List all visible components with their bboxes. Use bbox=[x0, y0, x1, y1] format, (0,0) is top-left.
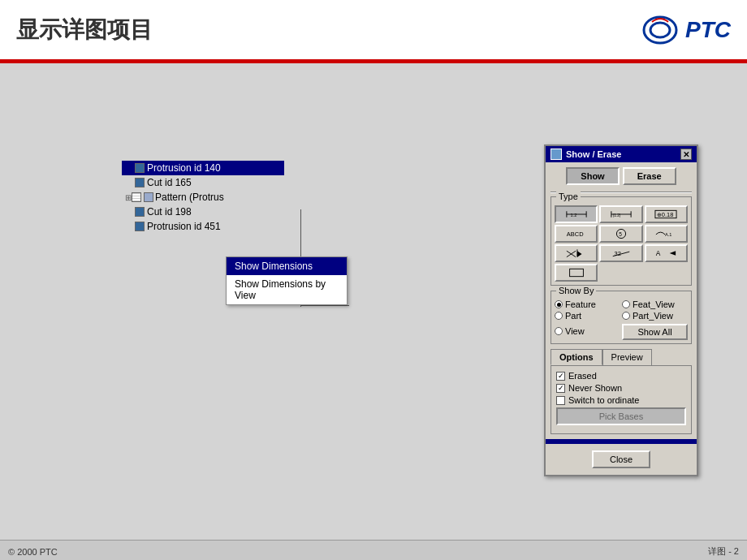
tree-panel: Protrusion id 140 Cut id 165 ⊞ Pattern (… bbox=[122, 161, 284, 234]
dialog-title-left: Show / Erase bbox=[551, 149, 621, 160]
type-btn-symbol[interactable] bbox=[555, 244, 598, 262]
show-by-label: Show By bbox=[556, 286, 596, 295]
erase-button[interactable]: Erase bbox=[623, 167, 676, 185]
type-group: Type 1.2 (1.2) ⊕0.18 ABCD bbox=[551, 196, 692, 286]
dialog-titlebar: Show / Erase ✕ bbox=[546, 146, 697, 162]
type-group-label: Type bbox=[556, 192, 581, 201]
pattern-icon bbox=[144, 192, 153, 202]
dialog-close-btn[interactable]: ✕ bbox=[680, 149, 692, 160]
tree-item-label-2: Cut id 165 bbox=[147, 177, 192, 188]
feat-icon-1 bbox=[135, 163, 145, 173]
context-menu: Show Dimensions Show Dimensions by View bbox=[226, 256, 348, 305]
ptc-logo-icon bbox=[640, 14, 680, 46]
radio-part[interactable]: Part bbox=[555, 311, 620, 321]
blue-separator bbox=[546, 439, 697, 444]
checkbox-never-shown-label: Never Shown bbox=[568, 383, 622, 393]
close-btn-row: Close bbox=[551, 447, 692, 470]
tab-options[interactable]: Options bbox=[551, 349, 602, 365]
tree-item-label-4: Cut id 198 bbox=[147, 206, 192, 218]
dialog-icon bbox=[551, 149, 562, 160]
context-menu-item-2[interactable]: Show Dimensions by View bbox=[227, 275, 347, 304]
footer-copyright: © 2000 PTC bbox=[8, 547, 58, 557]
type-btn-ann[interactable]: A bbox=[645, 244, 688, 262]
type-btn-ref[interactable]: (1.2) bbox=[599, 205, 642, 223]
svg-marker-23 bbox=[670, 251, 676, 256]
svg-text:(1.2): (1.2) bbox=[613, 213, 621, 218]
checkbox-erased-input[interactable] bbox=[556, 372, 565, 381]
ptc-logo: PTC bbox=[640, 14, 731, 46]
svg-text:ABCD: ABCD bbox=[567, 230, 584, 238]
radio-part-view[interactable]: Part_View bbox=[622, 311, 688, 321]
svg-text:A.1: A.1 bbox=[665, 232, 671, 237]
show-all-button[interactable]: Show All bbox=[622, 324, 688, 340]
radio-feature-input[interactable] bbox=[555, 300, 563, 308]
radio-feat-view[interactable]: Feat_View bbox=[622, 299, 688, 309]
svg-point-0 bbox=[644, 17, 676, 43]
checkbox-switch-ordinate[interactable]: Switch to ordinate bbox=[556, 395, 686, 405]
type-btn-gtol[interactable]: ⊕0.18 bbox=[645, 205, 688, 223]
page-title: 显示详图项目 bbox=[16, 15, 153, 45]
feat-icon-4 bbox=[135, 207, 145, 217]
context-menu-item-1[interactable]: Show Dimensions bbox=[227, 257, 347, 275]
expand-icon: ⊞ bbox=[125, 193, 132, 202]
svg-rect-24 bbox=[569, 269, 583, 276]
type-btn-note[interactable]: ABCD bbox=[555, 225, 598, 243]
show-by-grid: Feature Feat_View Part Part_View bbox=[555, 299, 688, 340]
horiz-line bbox=[300, 305, 349, 306]
radio-feat-view-input[interactable] bbox=[622, 300, 630, 308]
feat-icon-2 bbox=[135, 178, 145, 187]
radio-part-input[interactable] bbox=[555, 312, 563, 320]
radio-feat-view-label: Feat_View bbox=[633, 299, 675, 309]
tree-item-1[interactable]: Protrusion id 140 bbox=[122, 161, 284, 175]
tree-item-label-3: Pattern (Protrus bbox=[155, 192, 224, 203]
show-button[interactable]: Show bbox=[566, 167, 619, 185]
tree-item-3[interactable]: ⊞ Pattern (Protrus bbox=[122, 190, 284, 205]
tree-item-4[interactable]: Cut id 198 bbox=[122, 205, 284, 219]
svg-point-1 bbox=[650, 23, 670, 37]
footer-slide-number: 详图 - 2 bbox=[708, 545, 739, 558]
type-btn-ordinate[interactable]: 32 bbox=[599, 244, 642, 262]
tab-preview[interactable]: Preview bbox=[602, 349, 652, 365]
type-buttons-grid: 1.2 (1.2) ⊕0.18 ABCD 5 bbox=[555, 205, 688, 282]
radio-part-view-label: Part_View bbox=[633, 311, 673, 321]
radio-view[interactable]: View bbox=[555, 322, 620, 340]
footer: © 2000 PTC 详图 - 2 bbox=[0, 540, 747, 560]
header: 显示详图项目 PTC bbox=[0, 0, 747, 61]
type-btn-dim[interactable]: 1.2 bbox=[555, 205, 598, 223]
radio-view-input[interactable] bbox=[555, 327, 563, 335]
ptc-text: PTC bbox=[685, 17, 731, 43]
show-erase-row: Show Erase bbox=[551, 167, 692, 185]
checkbox-never-shown-input[interactable] bbox=[556, 384, 565, 393]
checkbox-never-shown[interactable]: Never Shown bbox=[556, 383, 686, 393]
radio-feature[interactable]: Feature bbox=[555, 299, 620, 309]
svg-text:A: A bbox=[656, 249, 661, 257]
tree-item-label-1: Protrusion id 140 bbox=[147, 162, 221, 174]
options-panel: Erased Never Shown Switch to ordinate Pi… bbox=[551, 365, 692, 434]
radio-feature-label: Feature bbox=[565, 299, 596, 309]
main-content: Protrusion id 140 Cut id 165 ⊞ Pattern (… bbox=[0, 63, 747, 540]
checkbox-switch-ordinate-label: Switch to ordinate bbox=[568, 395, 639, 405]
dialog-title: Show / Erase bbox=[566, 149, 621, 159]
svg-text:1.2: 1.2 bbox=[570, 213, 576, 218]
checkbox-switch-ordinate-input[interactable] bbox=[556, 396, 565, 405]
radio-view-label: View bbox=[565, 326, 585, 336]
type-btn-surf[interactable]: A.1 bbox=[645, 225, 688, 243]
checkbox-erased-label: Erased bbox=[568, 371, 597, 381]
svg-text:32: 32 bbox=[615, 250, 621, 257]
svg-text:5: 5 bbox=[619, 231, 622, 237]
radio-part-view-input[interactable] bbox=[622, 312, 630, 320]
feat-icon-3 bbox=[132, 192, 141, 202]
svg-text:⊕0.18: ⊕0.18 bbox=[657, 211, 674, 218]
tree-item-5[interactable]: Protrusion id 451 bbox=[122, 219, 284, 234]
close-button[interactable]: Close bbox=[592, 450, 650, 468]
pick-bases-button: Pick Bases bbox=[556, 407, 686, 425]
type-btn-balloon[interactable]: 5 bbox=[599, 225, 642, 243]
tree-item-2[interactable]: Cut id 165 bbox=[122, 175, 284, 190]
show-by-group: Show By Feature Feat_View Part bbox=[551, 291, 692, 344]
dialog-body: Show Erase Type 1.2 (1.2) ⊕0.18 bbox=[546, 162, 697, 475]
radio-part-label: Part bbox=[565, 311, 581, 321]
tabs-row: Options Preview bbox=[551, 349, 692, 365]
svg-marker-19 bbox=[577, 251, 582, 256]
type-btn-geom[interactable] bbox=[555, 264, 598, 282]
checkbox-erased[interactable]: Erased bbox=[556, 371, 686, 381]
